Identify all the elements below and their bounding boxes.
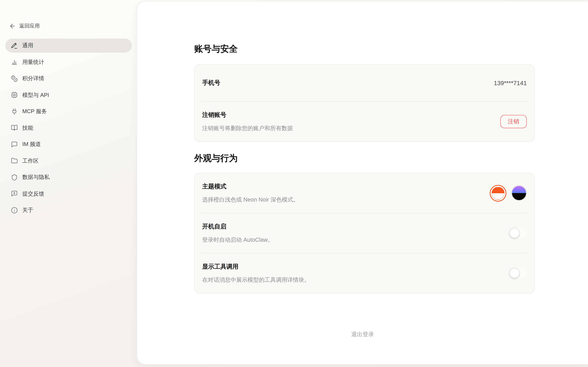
sidebar: 返回应用 通用 用量统计 积分详情 xyxy=(0,0,137,367)
sidebar-item-label: 提交反馈 xyxy=(22,190,44,197)
theme-dark-swatch[interactable] xyxy=(511,185,527,201)
arrow-left-icon xyxy=(9,23,16,29)
theme-swatches xyxy=(490,185,527,201)
appearance-behavior-card: 主题模式 选择橙白浅色或 Neon Noir 深色模式。 开机自启 登录时自动 xyxy=(194,173,535,293)
sidebar-item-workspace[interactable]: 工作区 xyxy=(5,154,132,168)
main-panel: 账号与安全 手机号 139****7141 注销账号 注销账号将删除您的账户和所… xyxy=(137,1,588,364)
autostart-toggle[interactable] xyxy=(509,228,527,239)
sidebar-item-label: 模型与 API xyxy=(22,91,49,99)
plug-icon xyxy=(11,108,18,115)
theme-light-swatch[interactable] xyxy=(490,185,507,201)
show-tool-calls-description: 在对话消息中展示模型的工具调用详情块。 xyxy=(202,276,310,284)
show-tool-calls-label: 显示工具调用 xyxy=(202,263,310,271)
toggle-knob xyxy=(510,228,519,238)
autostart-label: 开机自启 xyxy=(202,223,274,231)
sidebar-item-label: 用量统计 xyxy=(22,58,44,66)
sidebar-item-label: 工作区 xyxy=(22,157,39,164)
back-button[interactable]: 返回应用 xyxy=(9,23,137,29)
sidebar-item-skills[interactable]: 技能 xyxy=(5,121,132,135)
theme-light-swatch-fill xyxy=(492,187,505,200)
sidebar-item-about[interactable]: 关于 xyxy=(5,203,132,217)
show-tool-calls-row: 显示工具调用 在对话消息中展示模型的工具调用详情块。 xyxy=(195,253,534,293)
back-label: 返回应用 xyxy=(19,23,40,29)
deactivate-account-row: 注销账号 注销账号将删除您的账户和所有数据 注销 xyxy=(195,102,534,142)
section-title-appearance-behavior: 外观与行为 xyxy=(194,153,535,163)
sidebar-item-data-privacy[interactable]: 数据与隐私 xyxy=(5,170,132,184)
sidebar-nav: 通用 用量统计 积分详情 模型与 API xyxy=(0,39,137,217)
sidebar-item-credits[interactable]: 积分详情 xyxy=(5,71,132,85)
folder-icon xyxy=(11,157,18,164)
sidebar-item-label: 数据与隐私 xyxy=(22,174,50,181)
account-security-card: 手机号 139****7141 注销账号 注销账号将删除您的账户和所有数据 注销 xyxy=(194,64,535,142)
phone-number-row: 手机号 139****7141 xyxy=(195,65,534,101)
sidebar-item-label: 通用 xyxy=(22,42,33,49)
theme-mode-row: 主题模式 选择橙白浅色或 Neon Noir 深色模式。 xyxy=(195,173,534,213)
book-icon xyxy=(11,125,18,131)
sidebar-item-im-channels[interactable]: IM 频道 xyxy=(5,137,132,151)
sidebar-item-models-api[interactable]: 模型与 API xyxy=(5,88,132,102)
settings-window: 返回应用 通用 用量统计 积分详情 xyxy=(0,0,588,367)
sidebar-item-feedback[interactable]: 提交反馈 xyxy=(5,187,132,201)
show-tool-calls-toggle[interactable] xyxy=(509,268,527,279)
bar-chart-icon xyxy=(11,58,18,65)
sidebar-item-label: IM 频道 xyxy=(22,141,41,148)
coins-icon xyxy=(11,75,18,82)
sidebar-item-general[interactable]: 通用 xyxy=(5,39,132,53)
phone-number-value: 139****7141 xyxy=(494,80,527,86)
sidebar-item-label: 技能 xyxy=(22,124,33,131)
logout-button[interactable]: 退出登录 xyxy=(349,330,376,338)
theme-mode-label: 主题模式 xyxy=(202,183,299,191)
section-title-account-security: 账号与安全 xyxy=(194,44,535,54)
phone-number-label: 手机号 xyxy=(202,79,220,87)
settings-content: 账号与安全 手机号 139****7141 注销账号 注销账号将删除您的账户和所… xyxy=(194,1,535,293)
shield-icon xyxy=(11,174,18,181)
theme-mode-description: 选择橙白浅色或 Neon Noir 深色模式。 xyxy=(202,196,299,203)
deactivate-account-description: 注销账号将删除您的账户和所有数据 xyxy=(202,125,293,132)
sidebar-item-usage[interactable]: 用量统计 xyxy=(5,55,132,69)
sidebar-item-label: 积分详情 xyxy=(22,75,44,82)
info-icon xyxy=(11,207,18,213)
deactivate-account-label: 注销账号 xyxy=(202,111,293,119)
pen-icon xyxy=(11,42,18,49)
chat-icon xyxy=(11,141,18,148)
feedback-icon xyxy=(11,190,18,197)
sidebar-item-label: 关于 xyxy=(22,207,33,214)
deactivate-button[interactable]: 注销 xyxy=(500,115,527,128)
autostart-row: 开机自启 登录时自动启动 AutoClaw。 xyxy=(195,213,534,253)
sidebar-item-label: MCP 服务 xyxy=(22,108,47,115)
chip-icon xyxy=(11,92,18,98)
toggle-knob xyxy=(510,268,519,278)
sidebar-item-mcp[interactable]: MCP 服务 xyxy=(5,104,132,118)
autostart-description: 登录时自动启动 AutoClaw。 xyxy=(202,236,274,243)
